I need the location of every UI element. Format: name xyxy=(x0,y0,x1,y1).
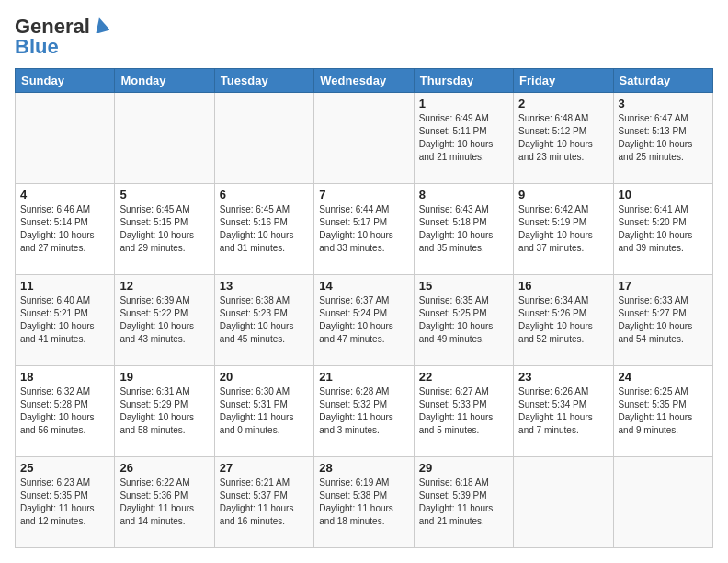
logo-triangle-icon xyxy=(93,17,109,37)
calendar-cell: 12Sunrise: 6:39 AM Sunset: 5:22 PM Dayli… xyxy=(115,275,214,366)
day-number: 12 xyxy=(119,279,209,293)
weekday-header-thursday: Thursday xyxy=(414,69,513,93)
cell-info: Sunrise: 6:19 AM Sunset: 5:38 PM Dayligh… xyxy=(319,477,408,528)
header: General Blue xyxy=(15,15,713,59)
calendar-cell: 4Sunrise: 6:46 AM Sunset: 5:14 PM Daylig… xyxy=(16,184,115,275)
cell-info: Sunrise: 6:42 AM Sunset: 5:19 PM Dayligh… xyxy=(518,203,608,255)
cell-info: Sunrise: 6:22 AM Sunset: 5:36 PM Dayligh… xyxy=(119,477,209,528)
weekday-header-tuesday: Tuesday xyxy=(214,69,313,93)
day-number: 29 xyxy=(419,461,508,475)
cell-info: Sunrise: 6:21 AM Sunset: 5:37 PM Dayligh… xyxy=(220,477,309,528)
cell-info: Sunrise: 6:33 AM Sunset: 5:27 PM Dayligh… xyxy=(619,294,708,346)
day-number: 18 xyxy=(20,370,109,384)
cell-info: Sunrise: 6:40 AM Sunset: 5:21 PM Dayligh… xyxy=(20,294,109,346)
cell-info: Sunrise: 6:44 AM Sunset: 5:17 PM Dayligh… xyxy=(319,203,408,255)
cell-info: Sunrise: 6:25 AM Sunset: 5:35 PM Dayligh… xyxy=(619,385,708,437)
calendar-table: SundayMondayTuesdayWednesdayThursdayFrid… xyxy=(15,68,713,548)
day-number: 17 xyxy=(619,279,708,293)
day-number: 26 xyxy=(119,461,209,475)
day-number: 15 xyxy=(419,279,508,293)
cell-info: Sunrise: 6:31 AM Sunset: 5:29 PM Dayligh… xyxy=(119,385,209,437)
day-number: 27 xyxy=(220,461,309,475)
cell-info: Sunrise: 6:49 AM Sunset: 5:11 PM Dayligh… xyxy=(419,112,508,164)
calendar-cell: 25Sunrise: 6:23 AM Sunset: 5:35 PM Dayli… xyxy=(16,457,115,548)
day-number: 6 xyxy=(220,188,309,201)
day-number: 23 xyxy=(518,370,608,384)
day-number: 8 xyxy=(419,188,508,201)
calendar-week-3: 11Sunrise: 6:40 AM Sunset: 5:21 PM Dayli… xyxy=(16,275,713,366)
calendar-cell: 5Sunrise: 6:45 AM Sunset: 5:15 PM Daylig… xyxy=(115,184,214,275)
calendar-week-4: 18Sunrise: 6:32 AM Sunset: 5:28 PM Dayli… xyxy=(16,366,713,457)
cell-info: Sunrise: 6:28 AM Sunset: 5:32 PM Dayligh… xyxy=(319,385,408,437)
calendar-cell: 23Sunrise: 6:26 AM Sunset: 5:34 PM Dayli… xyxy=(514,366,613,457)
svg-marker-0 xyxy=(93,17,109,33)
calendar-cell: 24Sunrise: 6:25 AM Sunset: 5:35 PM Dayli… xyxy=(613,366,712,457)
cell-info: Sunrise: 6:46 AM Sunset: 5:14 PM Dayligh… xyxy=(20,203,109,255)
day-number: 14 xyxy=(319,279,408,293)
cell-info: Sunrise: 6:32 AM Sunset: 5:28 PM Dayligh… xyxy=(20,385,109,437)
calendar-cell: 18Sunrise: 6:32 AM Sunset: 5:28 PM Dayli… xyxy=(16,366,115,457)
day-number: 1 xyxy=(419,97,508,110)
calendar-cell: 6Sunrise: 6:45 AM Sunset: 5:16 PM Daylig… xyxy=(214,184,313,275)
calendar-cell: 11Sunrise: 6:40 AM Sunset: 5:21 PM Dayli… xyxy=(16,275,115,366)
weekday-header-friday: Friday xyxy=(514,69,613,93)
weekday-header-sunday: Sunday xyxy=(16,69,115,93)
day-number: 28 xyxy=(319,461,408,475)
cell-info: Sunrise: 6:34 AM Sunset: 5:26 PM Dayligh… xyxy=(518,294,608,346)
cell-info: Sunrise: 6:47 AM Sunset: 5:13 PM Dayligh… xyxy=(619,112,708,164)
cell-info: Sunrise: 6:45 AM Sunset: 5:15 PM Dayligh… xyxy=(119,203,209,255)
calendar-cell xyxy=(514,457,613,548)
calendar-cell: 13Sunrise: 6:38 AM Sunset: 5:23 PM Dayli… xyxy=(214,275,313,366)
weekday-header-row: SundayMondayTuesdayWednesdayThursdayFrid… xyxy=(16,69,713,93)
weekday-header-monday: Monday xyxy=(115,69,214,93)
day-number: 3 xyxy=(619,97,708,110)
cell-info: Sunrise: 6:45 AM Sunset: 5:16 PM Dayligh… xyxy=(220,203,309,255)
calendar-cell: 26Sunrise: 6:22 AM Sunset: 5:36 PM Dayli… xyxy=(115,457,214,548)
day-number: 4 xyxy=(20,188,109,201)
day-number: 11 xyxy=(20,279,109,293)
day-number: 9 xyxy=(518,188,608,201)
calendar-cell: 9Sunrise: 6:42 AM Sunset: 5:19 PM Daylig… xyxy=(514,184,613,275)
calendar-cell: 16Sunrise: 6:34 AM Sunset: 5:26 PM Dayli… xyxy=(514,275,613,366)
cell-info: Sunrise: 6:38 AM Sunset: 5:23 PM Dayligh… xyxy=(220,294,309,346)
day-number: 10 xyxy=(619,188,708,201)
day-number: 13 xyxy=(220,279,309,293)
weekday-header-saturday: Saturday xyxy=(613,69,712,93)
logo-blue-text: Blue xyxy=(15,35,59,59)
calendar-cell: 19Sunrise: 6:31 AM Sunset: 5:29 PM Dayli… xyxy=(115,366,214,457)
day-number: 25 xyxy=(20,461,109,475)
day-number: 5 xyxy=(119,188,209,201)
day-number: 20 xyxy=(220,370,309,384)
calendar-cell: 22Sunrise: 6:27 AM Sunset: 5:33 PM Dayli… xyxy=(414,366,513,457)
cell-info: Sunrise: 6:18 AM Sunset: 5:39 PM Dayligh… xyxy=(419,477,508,528)
day-number: 19 xyxy=(119,370,209,384)
calendar-cell xyxy=(214,93,313,184)
day-number: 7 xyxy=(319,188,408,201)
cell-info: Sunrise: 6:23 AM Sunset: 5:35 PM Dayligh… xyxy=(20,477,109,528)
day-number: 24 xyxy=(619,370,708,384)
day-number: 2 xyxy=(518,97,608,110)
calendar-cell: 17Sunrise: 6:33 AM Sunset: 5:27 PM Dayli… xyxy=(613,275,712,366)
day-number: 21 xyxy=(319,370,408,384)
page: General Blue SundayMondayTuesdayWednesda… xyxy=(0,0,728,563)
calendar-week-2: 4Sunrise: 6:46 AM Sunset: 5:14 PM Daylig… xyxy=(16,184,713,275)
calendar-cell: 7Sunrise: 6:44 AM Sunset: 5:17 PM Daylig… xyxy=(314,184,414,275)
calendar-cell: 10Sunrise: 6:41 AM Sunset: 5:20 PM Dayli… xyxy=(613,184,712,275)
calendar-week-1: 1Sunrise: 6:49 AM Sunset: 5:11 PM Daylig… xyxy=(16,93,713,184)
day-number: 16 xyxy=(518,279,608,293)
cell-info: Sunrise: 6:35 AM Sunset: 5:25 PM Dayligh… xyxy=(419,294,508,346)
cell-info: Sunrise: 6:37 AM Sunset: 5:24 PM Dayligh… xyxy=(319,294,408,346)
calendar-cell: 28Sunrise: 6:19 AM Sunset: 5:38 PM Dayli… xyxy=(314,457,414,548)
day-number: 22 xyxy=(419,370,508,384)
calendar-cell xyxy=(16,93,115,184)
calendar-cell: 29Sunrise: 6:18 AM Sunset: 5:39 PM Dayli… xyxy=(414,457,513,548)
cell-info: Sunrise: 6:26 AM Sunset: 5:34 PM Dayligh… xyxy=(518,385,608,437)
cell-info: Sunrise: 6:39 AM Sunset: 5:22 PM Dayligh… xyxy=(119,294,209,346)
calendar-cell: 8Sunrise: 6:43 AM Sunset: 5:18 PM Daylig… xyxy=(414,184,513,275)
calendar-cell: 21Sunrise: 6:28 AM Sunset: 5:32 PM Dayli… xyxy=(314,366,414,457)
calendar-cell: 15Sunrise: 6:35 AM Sunset: 5:25 PM Dayli… xyxy=(414,275,513,366)
cell-info: Sunrise: 6:27 AM Sunset: 5:33 PM Dayligh… xyxy=(419,385,508,437)
calendar-cell xyxy=(115,93,214,184)
calendar-cell: 27Sunrise: 6:21 AM Sunset: 5:37 PM Dayli… xyxy=(214,457,313,548)
cell-info: Sunrise: 6:48 AM Sunset: 5:12 PM Dayligh… xyxy=(518,112,608,164)
